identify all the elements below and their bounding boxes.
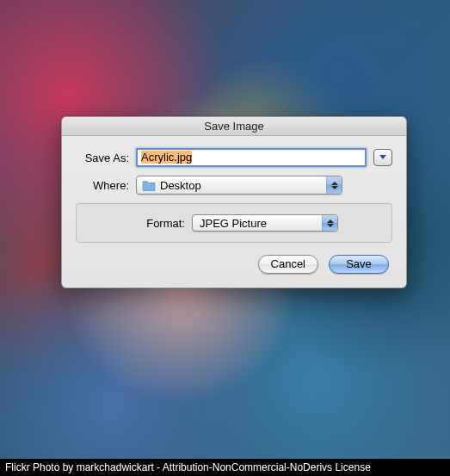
format-label: Format: <box>89 217 192 230</box>
filename-input[interactable]: Acrylic.jpg <box>136 148 367 167</box>
where-row: Where: Desktop <box>76 176 392 195</box>
saveas-row: Save As: Acrylic.jpg <box>76 148 392 167</box>
caption-bar: Flickr Photo by markchadwickart - Attrib… <box>0 459 450 476</box>
dialog-title: Save Image <box>62 117 406 136</box>
format-panel: Format: JPEG Picture <box>76 203 392 243</box>
chevron-down-icon <box>379 154 387 161</box>
where-value: Desktop <box>160 179 201 192</box>
button-row: Cancel Save <box>76 255 392 274</box>
where-select[interactable]: Desktop <box>136 176 342 195</box>
save-button[interactable]: Save <box>329 255 389 274</box>
svg-marker-0 <box>379 155 386 159</box>
updown-arrows-icon <box>322 215 337 231</box>
updown-arrows-icon <box>326 176 342 194</box>
folder-icon <box>142 180 156 191</box>
format-select[interactable]: JPEG Picture <box>192 214 338 232</box>
save-dialog: Save Image Save As: Acrylic.jpg Where: D… <box>61 116 407 288</box>
expand-button[interactable] <box>373 149 392 166</box>
dialog-body: Save As: Acrylic.jpg Where: Desktop <box>62 136 406 287</box>
filename-text: Acrylic.jpg <box>141 151 192 164</box>
saveas-label: Save As: <box>76 151 136 164</box>
where-label: Where: <box>76 179 136 192</box>
format-value: JPEG Picture <box>200 217 267 230</box>
cancel-button[interactable]: Cancel <box>258 255 318 274</box>
